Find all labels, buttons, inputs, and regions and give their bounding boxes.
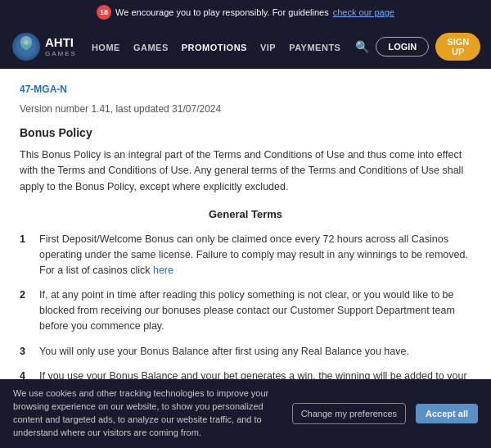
version-info: Version number 1.41, last updated 31/07/…	[20, 103, 471, 115]
term-num-2: 2	[20, 287, 31, 333]
term-num-1: 1	[20, 232, 31, 278]
general-terms-title: General Terms	[20, 208, 471, 220]
policy-intro: This Bonus Policy is an integral part of…	[20, 147, 471, 195]
login-button[interactable]: LOGIN	[376, 37, 429, 57]
term-text-2: If, at any point in time after reading t…	[39, 287, 471, 333]
signup-button[interactable]: SIGN UP	[435, 33, 480, 61]
term-1-link[interactable]: here	[153, 265, 173, 276]
svg-point-1	[24, 40, 29, 45]
search-icon[interactable]: 🔍	[355, 40, 369, 53]
accept-all-button[interactable]: Accept all	[416, 404, 478, 423]
logo-sub: GAMES	[45, 50, 77, 57]
term-num-3: 3	[20, 344, 31, 360]
logo-text: AHTI	[45, 36, 77, 50]
age-badge: 18	[97, 5, 111, 20]
cookie-text: We use cookies and other tracking techno…	[13, 387, 282, 440]
banner-text: We encourage you to play responsibly. Fo…	[115, 7, 329, 17]
nav-item-home[interactable]: HOME	[92, 41, 120, 53]
term-1: 1 First Deposit/Welcome Bonus can only b…	[20, 232, 471, 278]
nav-links: HOME GAMES PROMOTIONS VIP PAYMENTS	[92, 41, 341, 53]
bonus-policy-title: Bonus Policy	[20, 126, 471, 139]
nav-item-games[interactable]: GAMES	[133, 41, 169, 53]
nav-item-payments[interactable]: PAYMENTS	[289, 41, 340, 53]
nav-item-vip[interactable]: VIP	[260, 41, 276, 53]
nav-item-promotions[interactable]: PROMOTIONS	[182, 41, 247, 53]
change-preferences-button[interactable]: Change my preferences	[292, 403, 406, 424]
term-2: 2 If, at any point in time after reading…	[20, 287, 471, 333]
cookie-bar: We use cookies and other tracking techno…	[0, 379, 491, 448]
top-banner: 18 We encourage you to play responsibly.…	[0, 0, 491, 25]
logo-icon	[12, 33, 40, 61]
term-text-1: First Deposit/Welcome Bonus can only be …	[39, 232, 471, 278]
term-text-3: You will only use your Bonus Balance aft…	[39, 344, 409, 360]
license-badge: 47-MGA-N	[20, 84, 471, 95]
banner-link[interactable]: check our page	[333, 7, 394, 17]
nav-right: 🔍 LOGIN SIGN UP	[355, 33, 480, 61]
nav: AHTI GAMES HOME GAMES PROMOTIONS VIP PAY…	[0, 25, 491, 69]
term-3: 3 You will only use your Bonus Balance a…	[20, 344, 471, 360]
logo[interactable]: AHTI GAMES	[12, 33, 77, 61]
